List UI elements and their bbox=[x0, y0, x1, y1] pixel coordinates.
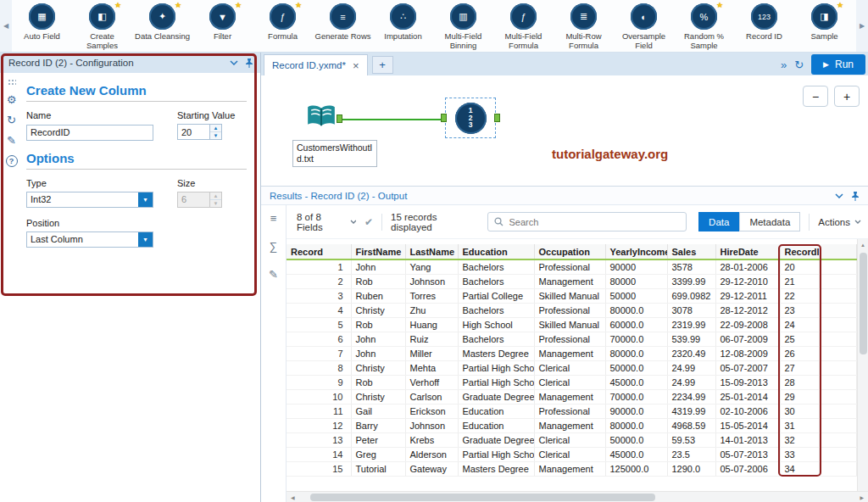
cell-viewer-icon[interactable]: ✎ bbox=[269, 268, 278, 281]
cell-hiredate: 25-01-2014 bbox=[715, 389, 780, 404]
table-row[interactable]: 9RobVerhoffPartial High SchoolClerical45… bbox=[287, 375, 857, 389]
table-row[interactable]: 11GailEricksonEducationProfessional90000… bbox=[287, 404, 857, 418]
table-row[interactable]: 15TutorialGatewayMasters DegreeManagemen… bbox=[287, 461, 857, 476]
cell-sales: 4968.59 bbox=[667, 418, 715, 432]
column-header-hiredate[interactable]: HireDate bbox=[715, 244, 780, 259]
ribbon-tool-data-cleansing[interactable]: ✦★Data Cleansing bbox=[132, 0, 192, 52]
tab-close-icon[interactable]: × bbox=[353, 60, 359, 71]
scrollbar-thumb[interactable] bbox=[310, 494, 655, 501]
ribbon-tool-auto-field[interactable]: ▦Auto Field bbox=[12, 0, 72, 52]
spin-up-icon[interactable]: ▲ bbox=[210, 125, 221, 132]
table-row[interactable]: 8ChristyMehtaPartial High SchoolClerical… bbox=[287, 360, 857, 375]
ribbon-tool-random-sample[interactable]: %★Random % Sample bbox=[674, 0, 734, 52]
drag-handle-icon[interactable] bbox=[8, 79, 16, 85]
tab-record-id-workflow[interactable]: Record ID.yxmd* × bbox=[264, 54, 368, 75]
metadata-tab-button[interactable]: Metadata bbox=[739, 212, 800, 231]
ribbon-tool-create-samples[interactable]: ◧★Create Samples bbox=[72, 0, 132, 52]
table-row[interactable]: 2RobJohnsonBachelorsManagement800003399.… bbox=[287, 274, 857, 288]
column-header-occupation[interactable]: Occupation bbox=[534, 244, 605, 259]
output-anchor[interactable] bbox=[337, 114, 342, 123]
cell-lastname: Krebs bbox=[405, 432, 458, 447]
pin-icon[interactable] bbox=[851, 191, 860, 201]
ribbon-tool-record-id[interactable]: 123Record ID bbox=[734, 0, 794, 52]
horizontal-scrollbar[interactable]: ◀ ▶ bbox=[287, 491, 868, 502]
gear-icon[interactable]: ⚙ bbox=[7, 94, 17, 105]
vertical-scrollbar[interactable]: ▲ bbox=[857, 239, 868, 491]
ribbon-tool-generate-rows[interactable]: ≡Generate Rows bbox=[313, 0, 373, 52]
table-row[interactable]: 4ChristyZhuBachelorsProfessional80000.03… bbox=[287, 303, 857, 317]
table-row[interactable]: 12BarryJohnsonEducationManagement80000.0… bbox=[287, 418, 857, 432]
column-header-record[interactable]: Record bbox=[287, 244, 351, 259]
ribbon-tool-oversample-field[interactable]: ◐Oversample Field bbox=[614, 0, 674, 52]
collapse-chevron-icon[interactable] bbox=[230, 60, 238, 65]
table-row[interactable]: 6JohnRuizBachelorsProfessional70000.0539… bbox=[287, 332, 857, 346]
cell-recordid: 31 bbox=[780, 418, 819, 432]
ribbon-scroll-left-icon[interactable]: ◀ bbox=[0, 0, 12, 52]
table-row[interactable]: 3RubenTorresPartial CollegeSkilled Manua… bbox=[287, 288, 857, 303]
cell-occupation: Skilled Manual bbox=[534, 288, 605, 303]
table-row[interactable]: 7JohnMillerMasters DegreeManagement80000… bbox=[287, 346, 857, 360]
cell-yearlyincome: 80000.0 bbox=[605, 303, 667, 317]
cell-lastname: Alderson bbox=[405, 447, 458, 461]
record-id-tool[interactable]: 123 bbox=[445, 98, 496, 138]
cell-firstname: Rob bbox=[351, 274, 405, 288]
row-number: 5 bbox=[287, 317, 351, 332]
zoom-out-button[interactable]: − bbox=[803, 86, 828, 107]
column-header-firstname[interactable]: FirstName bbox=[351, 244, 405, 259]
zoom-in-button[interactable]: + bbox=[834, 86, 860, 107]
output-anchor[interactable] bbox=[494, 114, 500, 122]
pin-icon[interactable] bbox=[245, 58, 253, 68]
starting-value-field[interactable] bbox=[177, 124, 209, 140]
favorite-star-icon: ★ bbox=[295, 1, 302, 9]
table-row[interactable]: 14GregAldersonPartial High SchoolClerica… bbox=[287, 447, 857, 461]
actions-dropdown[interactable]: Actions bbox=[818, 217, 861, 227]
scroll-up-icon[interactable]: ▲ bbox=[860, 239, 865, 251]
annotation-pencil-icon[interactable]: ✎ bbox=[7, 135, 16, 146]
input-data-tool[interactable] bbox=[305, 103, 337, 132]
ribbon-tool-multi-field-formula[interactable]: ƒMulti-Field Formula bbox=[493, 0, 554, 52]
ribbon-tool-formula[interactable]: ƒ★Formula bbox=[253, 0, 313, 52]
ribbon-tool-multi-row-formula[interactable]: ≣Multi-Row Formula bbox=[554, 0, 614, 52]
scrollbar-thumb[interactable] bbox=[860, 253, 867, 354]
chevron-down-icon bbox=[350, 220, 356, 224]
search-input[interactable] bbox=[509, 217, 680, 227]
select-all-check-icon[interactable]: ✔ bbox=[364, 216, 373, 228]
column-header-recordid[interactable]: RecordID bbox=[780, 244, 819, 259]
history-icon[interactable]: ↻ bbox=[794, 59, 804, 71]
new-tab-button[interactable]: + bbox=[372, 56, 393, 74]
refresh-icon[interactable]: ↻ bbox=[7, 114, 16, 126]
expand-toolbar-icon[interactable]: » bbox=[781, 59, 787, 71]
table-row[interactable]: 5RobHuangHigh SchoolSkilled Manual60000.… bbox=[287, 317, 857, 332]
ribbon-tool-imputation[interactable]: ∴Imputation bbox=[373, 0, 433, 52]
scroll-right-icon[interactable]: ▶ bbox=[855, 494, 868, 500]
name-field[interactable] bbox=[26, 125, 153, 141]
data-tab-button[interactable]: Data bbox=[698, 212, 739, 231]
input-anchor[interactable] bbox=[441, 114, 447, 122]
help-icon[interactable]: ? bbox=[6, 155, 18, 167]
run-button[interactable]: ▶ Run bbox=[811, 54, 865, 75]
scrollbar-track[interactable] bbox=[299, 492, 856, 502]
column-header-education[interactable]: Education bbox=[458, 244, 534, 259]
layout-options-icon[interactable]: ≡ bbox=[270, 212, 277, 225]
cell-recordid: 22 bbox=[780, 288, 819, 303]
column-header-sales[interactable]: Sales bbox=[667, 244, 715, 259]
ribbon-tool-filter[interactable]: ▼★Filter bbox=[192, 0, 253, 52]
ribbon-tool-multi-field-binning[interactable]: ▥Multi-Field Binning bbox=[433, 0, 493, 52]
column-header-yearlyincome[interactable]: YearlyIncome bbox=[605, 244, 667, 259]
table-row[interactable]: 1JohnYangBachelorsProfessional9000035782… bbox=[287, 259, 857, 274]
input-tool-annotation[interactable]: CustomersWithoutId.txt bbox=[292, 140, 377, 167]
column-header-lastname[interactable]: LastName bbox=[405, 244, 458, 259]
position-dropdown[interactable]: Last Column ▼ bbox=[26, 231, 153, 248]
spin-down-icon[interactable]: ▼ bbox=[210, 132, 221, 139]
scroll-left-icon[interactable]: ◀ bbox=[287, 494, 299, 500]
type-dropdown[interactable]: Int32 ▼ bbox=[26, 192, 153, 208]
ribbon-tool-sample[interactable]: ◨★Sample bbox=[794, 0, 854, 52]
data-profile-icon[interactable]: ∑ bbox=[270, 240, 277, 253]
ribbon-scroll-right-icon[interactable]: ▶ bbox=[856, 0, 868, 52]
collapse-chevron-icon[interactable] bbox=[835, 193, 843, 198]
table-row[interactable]: 13PeterKrebsGraduate DegreeClerical50000… bbox=[287, 432, 857, 447]
cell-lastname: Mehta bbox=[405, 360, 458, 375]
fields-summary-dropdown[interactable]: 8 of 8 Fields bbox=[297, 212, 356, 232]
workflow-canvas[interactable]: CustomersWithoutId.txt 123 tutorialgatew… bbox=[261, 75, 868, 187]
table-row[interactable]: 10ChristyCarlsonGraduate DegreeManagemen… bbox=[287, 389, 857, 404]
